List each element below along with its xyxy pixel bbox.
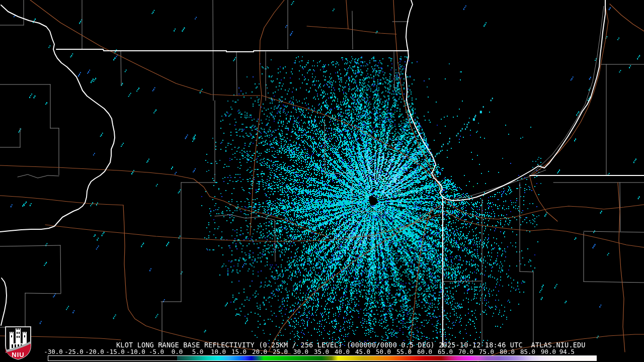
colorbar-gradient bbox=[177, 356, 567, 360]
colorbar-tick-label: 94.5 bbox=[559, 348, 575, 355]
colorbar-tick-label: -5.0 bbox=[149, 348, 164, 355]
radar-display-screen: NIU KLOT LONG RANGE BASE REFLECTIVITY (0… bbox=[0, 0, 644, 362]
colorbar-tick-label: 25.0 bbox=[273, 348, 288, 355]
niu-shield-icon: NIU bbox=[4, 325, 32, 360]
colorbar-tick-label: -25.0 bbox=[64, 348, 84, 355]
colorbar-tick-label: -30.0 bbox=[44, 348, 63, 355]
colorbar-scale-labels: -30.0-25.0-20.0-15.0-10.0-5.00.05.010.01… bbox=[0, 348, 644, 355]
colorbar-tick-label: 45.0 bbox=[355, 348, 370, 355]
colorbar-tick-label: 20.0 bbox=[252, 348, 267, 355]
colorbar-tick-label: 5.0 bbox=[192, 348, 204, 355]
product-caption: KLOT LONG RANGE BASE REFLECTIVITY (0.25K… bbox=[116, 342, 586, 348]
colorbar-tick-label: 15.0 bbox=[231, 348, 247, 355]
colorbar-tick-label: -15.0 bbox=[106, 348, 125, 355]
colorbar-tick-label: 70.0 bbox=[458, 348, 473, 355]
colorbar-tick-label: 55.0 bbox=[396, 348, 412, 355]
reflectivity-colorbar bbox=[48, 355, 597, 361]
colorbar-tick-label: 60.0 bbox=[417, 348, 432, 355]
colorbar-tick-label: 30.0 bbox=[293, 348, 308, 355]
colorbar-tick-label: 35.0 bbox=[314, 348, 329, 355]
colorbar-tick-label: 85.0 bbox=[520, 348, 535, 355]
colorbar-tick-label: 50.0 bbox=[376, 348, 391, 355]
radar-map-canvas bbox=[0, 0, 644, 362]
niu-logo: NIU bbox=[4, 325, 32, 360]
colorbar-tick-label: 40.0 bbox=[335, 348, 350, 355]
colorbar-tick-label: 80.0 bbox=[500, 348, 515, 355]
colorbar-tick-label: 10.0 bbox=[211, 348, 226, 355]
colorbar-tick-label: -20.0 bbox=[85, 348, 104, 355]
colorbar-tick-label: -10.0 bbox=[126, 348, 145, 355]
colorbar-tick-label: 65.0 bbox=[438, 348, 453, 355]
colorbar-tick-label: 90.0 bbox=[541, 348, 556, 355]
colorbar-gradient-tail bbox=[567, 356, 596, 360]
colorbar-tick-label: 75.0 bbox=[479, 348, 494, 355]
colorbar-tick-label: 0.0 bbox=[172, 348, 183, 355]
